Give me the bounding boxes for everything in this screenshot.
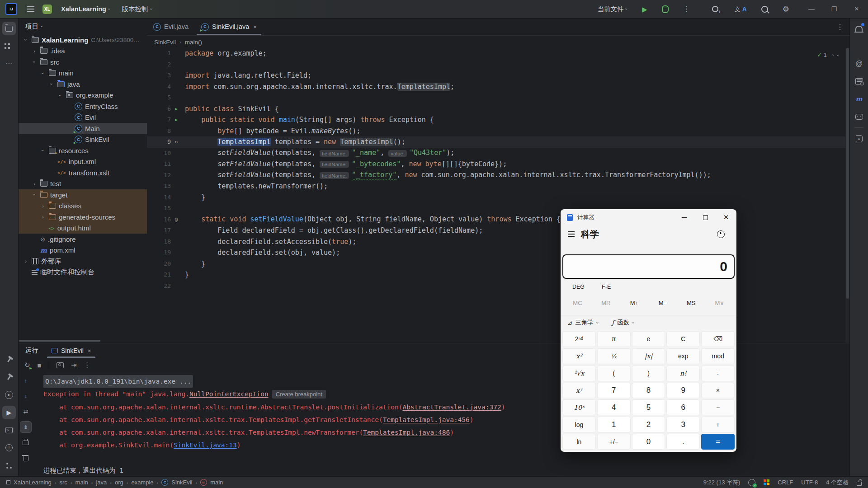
code-line-7[interactable]: 7▶ public static void main(String[] args… xyxy=(147,114,845,126)
calc-close-button[interactable]: ✕ xyxy=(716,209,736,225)
calc-dropdown-函数[interactable]: ƒ函数› xyxy=(612,319,634,327)
code-line-16[interactable]: 16@ static void setFieldValue(Object obj… xyxy=(147,214,845,225)
source-link[interactable]: TemplatesImpl.java:456 xyxy=(383,416,470,423)
tab-options-icon[interactable]: ⋮ xyxy=(836,18,850,35)
more-tools-icon[interactable]: ⋯ xyxy=(2,57,16,70)
readonly-lock-icon[interactable] xyxy=(857,482,862,486)
window-maximize-button[interactable]: ❐ xyxy=(827,5,841,13)
status-breadcrumb[interactable]: XalanLearning›src›main›java›org›example›… xyxy=(6,479,223,486)
editor-tab-SinkEvil.java[interactable]: CSinkEvil.java× xyxy=(195,18,263,35)
screenshot-button[interactable] xyxy=(57,362,64,368)
calc-memory-M+[interactable]: M+ xyxy=(620,300,649,306)
calc-key-=[interactable]: = xyxy=(701,434,735,450)
hammer-build-icon[interactable] xyxy=(2,371,16,384)
close-icon[interactable]: × xyxy=(88,347,91,354)
add-user-button[interactable] xyxy=(709,5,723,13)
windows-logo-icon[interactable] xyxy=(764,479,769,485)
code-line-1[interactable]: 1package org.example; xyxy=(147,48,845,59)
tree-item-src[interactable]: ›src xyxy=(18,56,147,68)
prev-problem-icon[interactable]: › xyxy=(829,54,835,56)
tree-item-test[interactable]: ›test xyxy=(18,178,147,190)
tree-chevron-icon[interactable]: › xyxy=(31,48,38,54)
breadcrumb-item[interactable]: main() xyxy=(185,39,202,46)
calc-key-⌫[interactable]: ⌫ xyxy=(701,331,735,347)
code-line-20[interactable]: 20 } xyxy=(147,258,845,270)
calc-key-mod[interactable]: mod xyxy=(701,348,735,364)
close-icon[interactable]: × xyxy=(253,23,257,30)
code-line-12[interactable]: 12 setFieldValue(templates, fieldName:"_… xyxy=(147,170,845,181)
up-stack-icon[interactable]: ↑ xyxy=(20,375,31,386)
tree-chevron-icon[interactable]: › xyxy=(57,92,63,99)
encoding-indicator[interactable]: UTF-8 xyxy=(801,479,818,486)
project-selector[interactable]: XalanLearning› xyxy=(58,5,113,13)
tree-item-EntryClass[interactable]: CEntryClass xyxy=(18,101,147,112)
code-line-6[interactable]: 6▶public class SinkEvil { xyxy=(147,103,845,115)
services-icon[interactable]: ▶ xyxy=(2,388,16,402)
calc-key-x²[interactable]: x² xyxy=(562,348,596,364)
tree-item-临时文件和控制台[interactable]: 临时文件和控制台 xyxy=(18,267,147,278)
usages-gutter-icon[interactable]: @ xyxy=(173,214,179,225)
status-breadcrumb-item[interactable]: example xyxy=(131,479,153,486)
code-line-5[interactable]: 5 xyxy=(147,92,845,103)
run-line-icon[interactable]: ▶ xyxy=(173,114,179,126)
calc-maximize-button[interactable] xyxy=(695,209,716,225)
console-more-icon[interactable]: ⋮ xyxy=(84,361,90,369)
tree-item-org.example[interactable]: ›org.example xyxy=(18,90,147,101)
tree-item-.idea[interactable]: ›.idea xyxy=(18,46,147,57)
calc-key-5[interactable]: 5 xyxy=(632,399,665,415)
calc-key-π[interactable]: π xyxy=(597,331,631,347)
calc-mode-label[interactable]: 科学 xyxy=(581,228,599,240)
stop-button[interactable]: ■ xyxy=(38,361,42,369)
calc-key-2[interactable]: 2 xyxy=(632,417,665,432)
code-editor[interactable]: 1package org.example;23import java.lang.… xyxy=(147,48,845,343)
soft-wrap-icon[interactable]: ⇄ xyxy=(20,406,31,417)
calc-minimize-button[interactable]: — xyxy=(674,209,695,225)
editor-tab-Evil.java[interactable]: CEvil.java xyxy=(147,18,195,35)
code-line-13[interactable]: 13 templates.newTransformer(); xyxy=(147,181,845,192)
run-config-selector[interactable]: 当前文件› xyxy=(594,5,630,14)
calc-key-²√x[interactable]: ²√x xyxy=(562,366,596,381)
calc-key-×[interactable]: × xyxy=(701,383,735,399)
tree-chevron-icon[interactable]: › xyxy=(40,214,46,220)
calc-key-log[interactable]: log xyxy=(562,417,596,432)
code-line-19[interactable]: 19 declaredField.set(obj, value); xyxy=(147,247,845,258)
code-line-14[interactable]: 14 } xyxy=(147,192,845,203)
project-tool-icon[interactable] xyxy=(2,22,16,35)
tree-item-Main[interactable]: CMain xyxy=(18,123,147,134)
exception-link[interactable]: NullPointerException xyxy=(189,390,269,398)
source-link[interactable]: TemplatesImpl.java:486 xyxy=(363,429,450,436)
settings-button[interactable]: ⚙ xyxy=(780,5,792,14)
calc-key-1[interactable]: 1 xyxy=(597,417,631,432)
tree-chevron-icon[interactable]: › xyxy=(49,81,54,87)
tree-item-Evil[interactable]: CEvil xyxy=(18,112,147,123)
calc-key-+[interactable]: + xyxy=(701,417,735,432)
calc-history-icon[interactable] xyxy=(717,230,725,238)
scroll-to-end-icon[interactable]: ⇟ xyxy=(20,421,32,433)
tree-chevron-icon[interactable]: › xyxy=(32,192,37,198)
status-breadcrumb-item[interactable]: java xyxy=(96,479,107,486)
calc-key-8[interactable]: 8 xyxy=(632,383,665,399)
calc-key-2ⁿᵈ[interactable]: 2ⁿᵈ xyxy=(562,331,596,347)
tree-item-外部库[interactable]: ›外部库 xyxy=(18,256,147,267)
notifications-bell-icon[interactable] xyxy=(852,22,866,35)
hamburger-menu-icon[interactable] xyxy=(24,0,36,18)
gutter-marker-icon[interactable]: ↻ xyxy=(173,136,179,148)
calc-key-9[interactable]: 9 xyxy=(666,383,700,399)
project-tree-scrollbar[interactable] xyxy=(19,340,100,342)
calc-key-7[interactable]: 7 xyxy=(597,383,631,399)
status-breadcrumb-item[interactable]: src xyxy=(60,479,67,486)
calc-memory-M−[interactable]: M− xyxy=(648,300,677,306)
translate-button[interactable]: 文A xyxy=(732,5,750,13)
copilot-status-icon[interactable] xyxy=(748,479,755,486)
calc-key-10ˣ[interactable]: 10ˣ xyxy=(562,399,596,415)
code-line-18[interactable]: 18 declaredField.setAccessible(true); xyxy=(147,236,845,248)
tree-item-input.xml[interactable]: </>input.xml xyxy=(18,156,147,168)
code-line-15[interactable]: 15 xyxy=(147,203,845,214)
vcs-menu[interactable]: 版本控制› xyxy=(119,5,155,14)
calc-key-6[interactable]: 6 xyxy=(666,399,700,415)
line-separator-indicator[interactable]: CRLF xyxy=(778,479,793,486)
calc-key-C[interactable]: C xyxy=(666,331,700,347)
source-link[interactable]: SinkEvil.java:13 xyxy=(174,441,237,449)
calc-fe-button[interactable]: F-E xyxy=(595,282,617,292)
build-tools-icon[interactable] xyxy=(2,353,16,366)
